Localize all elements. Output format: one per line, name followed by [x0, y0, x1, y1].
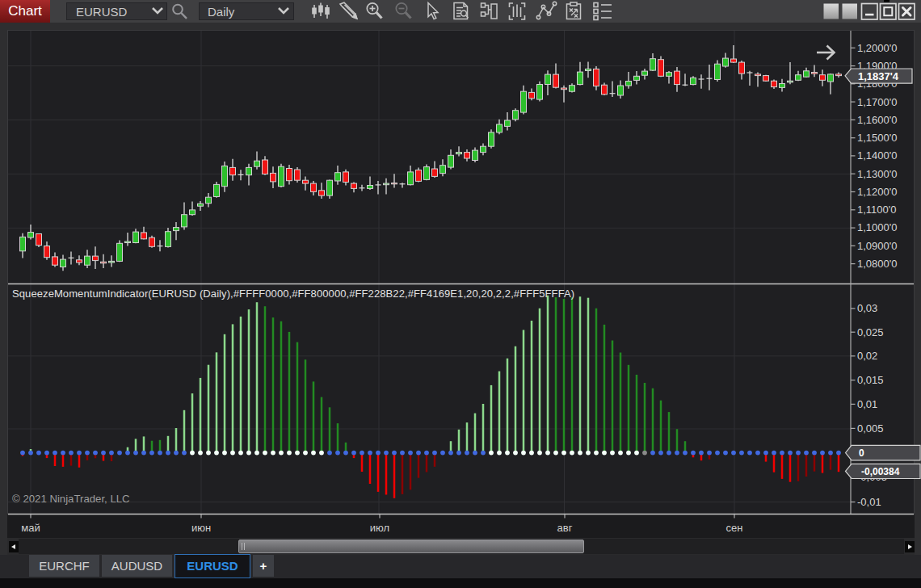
svg-text:1,0800'0: 1,0800'0 [857, 258, 897, 270]
svg-text:1,1100'0: 1,1100'0 [857, 204, 897, 216]
svg-text:-0,00384: -0,00384 [861, 466, 900, 477]
svg-text:авг: авг [557, 522, 573, 534]
svg-text:июн: июн [191, 522, 211, 534]
svg-text:июл: июл [370, 522, 389, 534]
svg-text:1,1000'0: 1,1000'0 [857, 221, 897, 233]
svg-text:0,005: 0,005 [857, 422, 884, 435]
svg-text:1,1300'0: 1,1300'0 [857, 168, 897, 180]
svg-text:© 2021 NinjaTrader, LLC: © 2021 NinjaTrader, LLC [12, 493, 130, 505]
svg-text:1,1200'0: 1,1200'0 [857, 186, 897, 198]
svg-text:SqueezeMomentumIndicator(EURUS: SqueezeMomentumIndicator(EURUSD (Daily),… [12, 288, 574, 300]
svg-text:0,01: 0,01 [857, 398, 877, 410]
svg-text:1,1837'4: 1,1837'4 [858, 70, 899, 82]
svg-text:1,0900'0: 1,0900'0 [857, 240, 897, 252]
svg-text:1,1700'0: 1,1700'0 [857, 96, 897, 108]
svg-text:1,1500'0: 1,1500'0 [857, 132, 897, 144]
svg-text:0: 0 [859, 447, 864, 459]
svg-text:-0,01: -0,01 [857, 496, 881, 508]
svg-text:1,2000'0: 1,2000'0 [857, 42, 897, 54]
svg-text:0,025: 0,025 [857, 326, 884, 338]
svg-text:1,1600'0: 1,1600'0 [857, 114, 897, 126]
svg-text:1,1400'0: 1,1400'0 [857, 149, 897, 162]
svg-text:0,02: 0,02 [857, 350, 877, 362]
svg-text:0,015: 0,015 [857, 374, 884, 386]
svg-text:май: май [21, 522, 40, 534]
svg-text:0,03: 0,03 [857, 302, 877, 314]
svg-text:сен: сен [726, 522, 743, 534]
